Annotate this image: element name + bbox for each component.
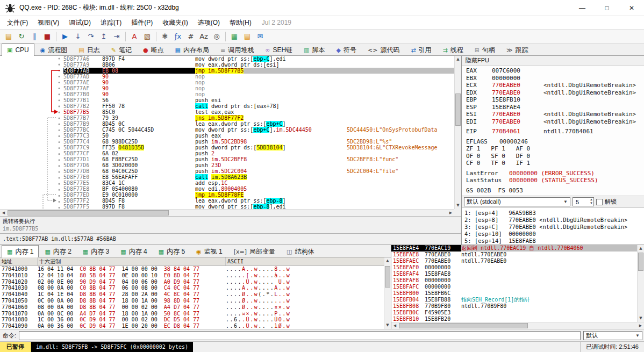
close-button[interactable]: ✕ xyxy=(619,0,644,16)
disasm-row[interactable]: 5D8F77C468 988DC25Dpush im.5DC2BD985DC2B… xyxy=(0,139,454,145)
disasm-row[interactable]: 5D8F77D668 3D020000push 23D xyxy=(0,162,454,168)
argument-row[interactable]: 3: [esp+C] 770EABE0 <ntdll.DbgUiRemoteBr… xyxy=(464,224,644,231)
stop-icon[interactable]: ■ xyxy=(41,31,54,42)
tab-调用堆栈[interactable]: ≡调用堆栈 xyxy=(215,44,259,55)
disasm-row[interactable]: 5D8F77F5897D F8mov dword ptr ss:[ebp-8],… xyxy=(0,204,454,209)
unlock-checkbox-group[interactable]: 解锁 xyxy=(596,198,617,206)
scroll-right-icon[interactable]: ▶ xyxy=(447,210,454,216)
register-line[interactable]: ESI770EABE0<ntdll.DbgUiRemoteBreakin> xyxy=(466,111,644,118)
tab-SEH链[interactable]: ∞SEH链 xyxy=(260,44,298,55)
stack-row[interactable]: 15E8FB0015E8FB6C xyxy=(391,290,637,297)
disasm-row[interactable]: 5D8F77B090nop xyxy=(0,91,454,97)
tab-内存布局[interactable]: ▦内存布局 xyxy=(170,44,214,55)
stack-row[interactable]: 15E8FAFC00000000 xyxy=(391,284,637,290)
scrollbar-thumb[interactable] xyxy=(638,253,643,271)
tab-内存 3[interactable]: ▦内存 3 xyxy=(77,246,115,257)
memory-row[interactable]: 770410700A 00 0C 00 A4 D7 04 77 18 00 1A… xyxy=(0,311,384,317)
disasm-row[interactable]: 5D8F77E0E8 56EAFAFFcall im.5D8A623B xyxy=(0,174,454,180)
stack-row[interactable]: 15E8FAF415E8FAE8 xyxy=(391,271,637,277)
tab-日志[interactable]: ▤日志 xyxy=(73,44,105,55)
register-line[interactable]: ESP15E8FAE4 xyxy=(466,104,644,111)
argument-count-stepper[interactable]: 5 ▲▼ xyxy=(573,197,594,206)
stack-row[interactable]: 15E8FB1015E8FB20 xyxy=(391,316,637,322)
tab-符号[interactable]: ◆符号 xyxy=(331,44,361,55)
step-out-icon[interactable]: ↥ xyxy=(97,31,110,42)
register-line[interactable]: EDI770EABE0<ntdll.DbgUiRemoteBreakin> xyxy=(466,118,644,126)
disasm-row[interactable]: 5D8F77C350push eax xyxy=(0,133,454,139)
run-to-user-code-icon[interactable]: ⇥ xyxy=(110,31,123,42)
disasm-row[interactable]: 5D8F77B156push esi xyxy=(0,97,454,103)
command-syntax-select[interactable]: 默认 ▼ xyxy=(583,331,642,340)
tab-断点[interactable]: ●断点 xyxy=(138,44,169,55)
disasm-row[interactable]: 5D8F77E583C4 1Cadd esp,1C xyxy=(0,180,454,186)
disasm-row[interactable]: 5D8F77CF6A 02push 2 xyxy=(0,150,454,156)
assemble-icon[interactable]: A xyxy=(128,31,141,42)
tab-源代码[interactable]: <>源代码 xyxy=(362,44,405,55)
memory-row[interactable]: 7704100016 04 11 04 C0 8B 04 77 14 00 00… xyxy=(0,266,384,272)
menu-item[interactable]: 视图(V) xyxy=(33,17,64,29)
tab-脚本[interactable]: ▥脚本 xyxy=(298,44,330,55)
argument-row[interactable]: 2: [esp+8] 770EABE0 <ntdll.DbgUiRemoteBr… xyxy=(464,217,644,224)
patches-icon[interactable]: ▧ xyxy=(141,31,154,42)
stack-row[interactable]: 15E8FB0CF45905E3 xyxy=(391,310,637,316)
disasm-row[interactable]: 5D8F77AD90nop xyxy=(0,74,454,80)
az-icon[interactable]: Az xyxy=(197,31,210,42)
register-line[interactable]: CF 0 TF 0 IF 1 xyxy=(466,160,644,167)
stack-row[interactable]: 15E8FB0415E8FB88指向SEH_Record[1]的指针 xyxy=(391,297,637,303)
menu-item[interactable]: 选项(O) xyxy=(193,17,225,29)
disasm-row[interactable]: 5D8F77DB68 04C0C25Dpush im.5DC2C0045DC2C… xyxy=(0,168,454,174)
memory-row[interactable]: 7704106008 00 0A 00 D8 8B 04 77 00 00 02… xyxy=(0,304,384,311)
tab-监视 1[interactable]: ◉监视 1 xyxy=(191,246,228,257)
stack-view[interactable]: 15E8FAE4770EAC19返回到 ntdll.770EAC19 自 ntd… xyxy=(391,245,637,322)
scroll-up-icon[interactable]: ▲ xyxy=(455,56,461,63)
register-line[interactable]: EFLAGS00000246 xyxy=(466,138,644,146)
menu-item[interactable]: 调试(D) xyxy=(64,17,96,29)
memory-dump-rows[interactable]: 7704100016 04 11 04 C0 8B 04 77 14 00 00… xyxy=(0,266,384,329)
scroll-up-icon[interactable]: ▲ xyxy=(384,257,391,264)
disasm-row[interactable]: 5D8F77A6897D F4mov dword ptr ss:[ebp-C],… xyxy=(0,56,454,62)
stack-row[interactable]: 15E8FB08770B9F80ntdll.770B9F80 xyxy=(391,303,637,310)
scrollbar-thumb[interactable] xyxy=(455,94,461,126)
disassembly-view[interactable]: 5D8F77A6897D F4mov dword ptr ss:[ebp-C],… xyxy=(0,56,454,209)
disassembly-hscrollbar[interactable]: ◀ ▶ xyxy=(0,209,454,216)
stack-row[interactable]: 15E8FAE8770EABE0ntdll.770EABE0 xyxy=(391,252,637,258)
scroll-down-icon[interactable]: ▼ xyxy=(638,315,644,322)
step-over-icon[interactable]: ↷ xyxy=(84,31,97,42)
menu-item[interactable]: 帮助(H) xyxy=(225,17,256,29)
stack-row[interactable]: 15E8FAEC770EABE0ntdll.770EABE0 xyxy=(391,258,637,264)
menu-item[interactable]: 插件(P) xyxy=(126,17,158,29)
hide-fpu-button[interactable]: 隐藏FPU xyxy=(462,56,644,66)
fx-icon[interactable]: ƒx xyxy=(171,31,184,42)
menu-item[interactable]: 追踪(T) xyxy=(96,17,126,29)
stack-row[interactable]: 15E8FAF800000000 xyxy=(391,277,637,284)
disasm-row[interactable]: 5D8F77F28D45 F8lea eax,dword ptr ss:[ebp… xyxy=(0,198,454,204)
disasm-row[interactable]: 5D8F77C9FF35 0481D35Dpush dword ptr ds:[… xyxy=(0,145,454,150)
disasm-row[interactable]: 5D8F77B779 39jns im.5D8F77F2 xyxy=(0,115,454,121)
disasm-row[interactable]: 5D8F77A98B06mov eax,dword ptr ds:[esi] xyxy=(0,62,454,68)
stack-row[interactable]: 15E8FAE4770EAC19返回到 ntdll.770EAC19 自 ntd… xyxy=(391,245,637,252)
disasm-row[interactable]: 5D8F77BCC745 0C 5044C45Dmov dword ptr ss… xyxy=(0,127,454,133)
disasm-row[interactable]: 5D8F77B98D45 0Clea eax,dword ptr ss:[ebp… xyxy=(0,121,454,127)
stepper-arrows-icon[interactable]: ▲▼ xyxy=(590,198,593,205)
scrollbar-thumb[interactable] xyxy=(385,266,390,288)
register-line[interactable]: GS 002B FS 0053 xyxy=(466,187,644,195)
tab-内存 1[interactable]: ▦内存 1 xyxy=(2,245,39,257)
stack-hscrollbar[interactable]: ◀ ▶ xyxy=(391,322,644,329)
disasm-row[interactable]: 5D8F77AF90nop xyxy=(0,85,454,91)
disasm-row[interactable]: 5D8F77E8BF 05400080mov edi,80004005 xyxy=(0,186,454,192)
disasm-row[interactable]: 5D8F77AE90nop xyxy=(0,80,454,85)
minimize-button[interactable]: — xyxy=(570,0,595,16)
tab-引用[interactable]: ⇄引用 xyxy=(405,44,437,55)
tab-结构体[interactable]: ◫结构体 xyxy=(281,246,319,257)
tab-跟踪[interactable]: ≫跟踪 xyxy=(501,44,534,55)
scroll-left-icon[interactable]: ◀ xyxy=(391,322,398,329)
dump-scrollbar[interactable]: ▲ ▼ xyxy=(384,257,391,329)
chat-icon[interactable]: ✉ xyxy=(254,31,267,42)
tab-笔记[interactable]: ✎笔记 xyxy=(106,44,137,55)
run-icon[interactable]: ▶ xyxy=(59,31,71,42)
memory-row[interactable]: 770410401C 04 1E 04 D8 8B 04 77 28 00 2A… xyxy=(0,291,384,298)
scroll-right-icon[interactable]: ▶ xyxy=(637,322,644,329)
register-line[interactable]: LastError00000000 (ERROR_SUCCESS) xyxy=(466,170,644,177)
scroll-down-icon[interactable]: ▼ xyxy=(455,202,461,209)
memory-row[interactable]: 770410900A 00 36 00 0C D9 04 77 1E 00 20… xyxy=(0,323,384,329)
